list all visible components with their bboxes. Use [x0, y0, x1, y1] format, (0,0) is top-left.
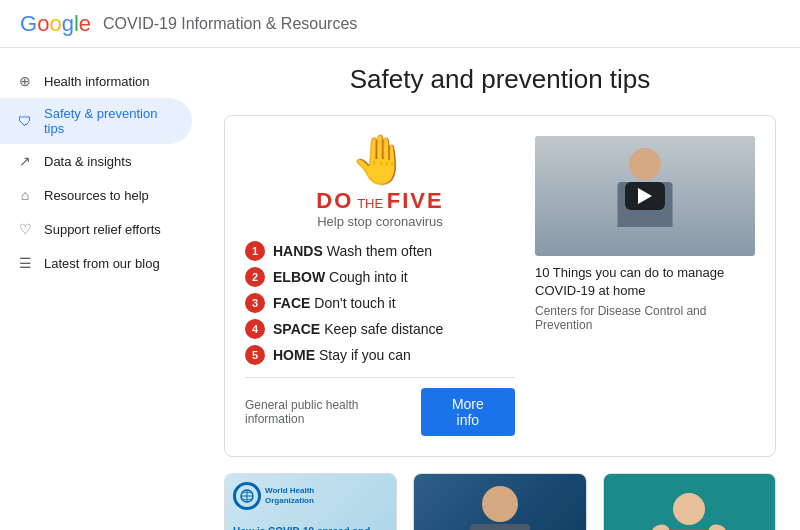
card-footer-text: General public health information: [245, 398, 421, 426]
sidebar-item-data-insights[interactable]: ↗ Data & insights: [0, 144, 192, 178]
more-info-button[interactable]: More info: [421, 388, 515, 436]
video-card-asl[interactable]: ASL Video: What older adults need to kno…: [603, 473, 776, 530]
do-the-five-title: DO THE FIVE: [245, 188, 515, 214]
tip-item-2: 2 ELBOW Cough into it: [245, 267, 515, 287]
tip-item-5: 5 HOME Stay if you can: [245, 345, 515, 365]
help-stop-text: Help stop coronavirus: [245, 214, 515, 229]
layout: ⊕ Health information 🛡 Safety & preventi…: [0, 48, 800, 530]
asl-video-thumbnail[interactable]: [604, 474, 775, 530]
featured-video-source: Centers for Disease Control and Preventi…: [535, 304, 755, 332]
tip-desc-1: Wash them often: [327, 243, 432, 259]
sidebar-item-health-information[interactable]: ⊕ Health information: [0, 64, 192, 98]
info-icon: ⊕: [16, 72, 34, 90]
tip-item-3: 3 FACE Don't touch it: [245, 293, 515, 313]
tip-number-3: 3: [245, 293, 265, 313]
sidebar-item-resources[interactable]: ⌂ Resources to help: [0, 178, 192, 212]
do-the-five-logo: 🤚 DO THE FIVE Help stop coronavirus: [245, 136, 515, 229]
sidebar: ⊕ Health information 🛡 Safety & preventi…: [0, 48, 200, 530]
home-icon: ⌂: [16, 186, 34, 204]
tip-item-4: 4 SPACE Keep safe distance: [245, 319, 515, 339]
featured-video-title: 10 Things you can do to manage COVID-19 …: [535, 264, 755, 300]
video-grid: World HealthOrganization How is COVID-19…: [224, 473, 776, 530]
tip-desc-5: Stay if you can: [319, 347, 411, 363]
who-logo-label: World HealthOrganization: [265, 486, 314, 505]
tip-number-5: 5: [245, 345, 265, 365]
header: Google COVID-19 Information & Resources: [0, 0, 800, 48]
tip-desc-2: Cough into it: [329, 269, 408, 285]
video-card-who[interactable]: World HealthOrganization How is COVID-19…: [224, 473, 397, 530]
google-logo-text: Google: [20, 11, 91, 37]
featured-card: 🤚 DO THE FIVE Help stop coronavirus 1 HA…: [224, 115, 776, 457]
tip-keyword-1: HANDS: [273, 243, 323, 259]
tip-desc-3: Don't touch it: [314, 295, 395, 311]
chart-icon: ↗: [16, 152, 34, 170]
stop-hand-icon: 🤚: [245, 136, 515, 184]
sidebar-item-blog[interactable]: ☰ Latest from our blog: [0, 246, 192, 280]
tip-keyword-3: FACE: [273, 295, 310, 311]
tip-item-1: 1 HANDS Wash them often: [245, 241, 515, 261]
video-card-cdc[interactable]: CDC COVID-19: What Older Adults Need to …: [413, 473, 586, 530]
google-logo: Google: [20, 11, 91, 37]
play-button[interactable]: [625, 182, 665, 210]
tip-keyword-2: ELBOW: [273, 269, 325, 285]
tip-keyword-4: SPACE: [273, 321, 320, 337]
tip-number-2: 2: [245, 267, 265, 287]
who-logo-icon: [233, 482, 261, 510]
featured-video-thumbnail[interactable]: [535, 136, 755, 256]
tip-keyword-5: HOME: [273, 347, 315, 363]
heart-icon: ♡: [16, 220, 34, 238]
sidebar-item-support-relief[interactable]: ♡ Support relief efforts: [0, 212, 192, 246]
sidebar-label: Latest from our blog: [44, 256, 160, 271]
sidebar-label: Health information: [44, 74, 150, 89]
sidebar-label: Safety & prevention tips: [44, 106, 176, 136]
card-footer: General public health information More i…: [245, 377, 515, 436]
header-title: COVID-19 Information & Resources: [103, 15, 357, 33]
sidebar-item-safety-prevention[interactable]: 🛡 Safety & prevention tips: [0, 98, 192, 144]
who-video-thumbnail[interactable]: World HealthOrganization How is COVID-19…: [225, 474, 396, 530]
tips-list: 1 HANDS Wash them often 2 ELBOW Cough in…: [245, 241, 515, 365]
tip-desc-4: Keep safe distance: [324, 321, 443, 337]
tip-number-1: 1: [245, 241, 265, 261]
main-content: Safety and prevention tips 🤚 DO THE FIVE…: [200, 48, 800, 530]
do-the-five-section: 🤚 DO THE FIVE Help stop coronavirus 1 HA…: [245, 136, 515, 436]
featured-video-card: 10 Things you can do to manage COVID-19 …: [535, 136, 755, 436]
page-title: Safety and prevention tips: [224, 64, 776, 95]
sidebar-label: Support relief efforts: [44, 222, 161, 237]
who-video-overlay-text: How is COVID-19 spread and how do you pr…: [233, 525, 373, 530]
document-icon: ☰: [16, 254, 34, 272]
tip-number-4: 4: [245, 319, 265, 339]
sidebar-label: Resources to help: [44, 188, 149, 203]
shield-icon: 🛡: [16, 112, 34, 130]
sidebar-label: Data & insights: [44, 154, 131, 169]
cdc-video-thumbnail[interactable]: CDC: [414, 474, 585, 530]
